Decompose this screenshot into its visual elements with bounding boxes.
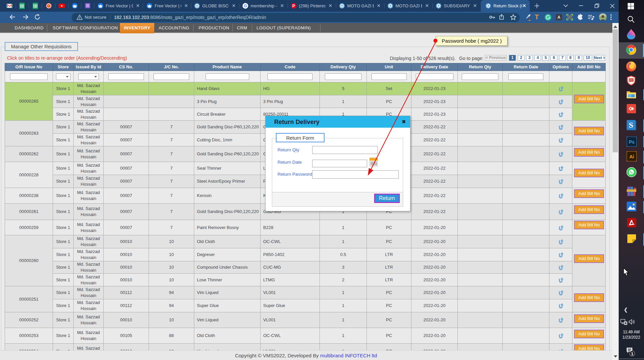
svg-text:1: 1 [631,351,633,356]
svg-text:S: S [629,121,633,129]
svg-text:P: P [292,4,295,8]
svg-text:A: A [557,15,560,20]
svg-text:Ps: Ps [629,139,634,145]
svg-text:Ai: Ai [629,154,634,159]
svg-text:G: G [244,4,247,8]
